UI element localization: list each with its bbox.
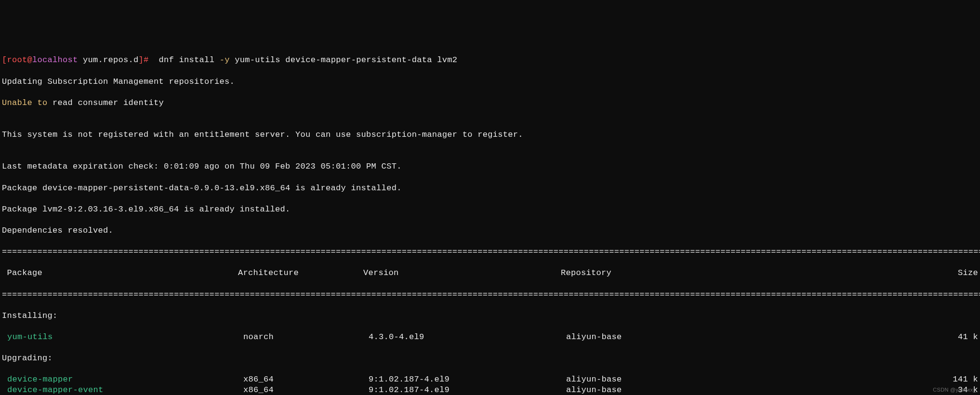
table-header-row: Package Architecture Version Repository … — [2, 268, 980, 278]
package-repo: aliyun-base — [566, 332, 720, 342]
header-version: Version — [363, 268, 561, 278]
output-line: Last metadata expiration check: 0:01:09 … — [2, 161, 980, 172]
prompt-host: localhost — [32, 55, 78, 65]
header-repo: Repository — [561, 268, 715, 278]
output-line: Package device-mapper-persistent-data-0.… — [2, 183, 980, 194]
header-size: Size — [715, 268, 980, 278]
output-line: Dependencies resolved. — [2, 225, 980, 236]
package-name: device-mapper-event — [2, 385, 243, 395]
divider-line: ========================================… — [2, 247, 980, 257]
package-arch: x86_64 — [243, 385, 369, 395]
prompt-line: [root@localhost yum.repos.d]# dnf instal… — [2, 55, 980, 66]
package-name: yum-utils — [2, 332, 243, 342]
prompt-user: root — [7, 55, 27, 65]
package-version: 9:1.02.187-4.el9 — [369, 385, 566, 395]
section-upgrading: Upgrading: — [2, 353, 980, 364]
package-size: 41 k — [720, 332, 980, 342]
prompt-at: @ — [27, 55, 33, 65]
output-line: Package lvm2-9:2.03.16-3.el9.x86_64 is a… — [2, 204, 980, 215]
package-repo: aliyun-base — [566, 385, 720, 395]
prompt-bracket: [ — [2, 55, 7, 65]
header-package: Package — [2, 268, 238, 278]
package-arch: x86_64 — [243, 374, 369, 385]
watermark-text: CSDN @yanxxx_ — [933, 386, 976, 393]
table-row: device-mapper-eventx86_649:1.02.187-4.el… — [2, 385, 980, 395]
section-installing: Installing: — [2, 311, 980, 321]
cmd-part1: dnf install — [159, 55, 220, 65]
package-repo: aliyun-base — [566, 374, 720, 385]
terminal-output[interactable]: [root@localhost yum.repos.d]# dnf instal… — [2, 44, 980, 395]
cmd-part2: yum-utils device-mapper-persistent-data … — [230, 55, 458, 65]
prompt-cwd: yum.repos.d — [78, 55, 139, 65]
table-row: yum-utilsnoarch4.3.0-4.el9aliyun-base41 … — [2, 332, 980, 342]
table-row: device-mapperx86_649:1.02.187-4.el9aliyu… — [2, 374, 980, 385]
warn-text: Unable to — [2, 98, 48, 107]
package-version: 4.3.0-4.el9 — [369, 332, 566, 342]
prompt-bracket-close: ]# — [139, 55, 159, 65]
header-arch: Architecture — [238, 268, 363, 278]
package-name: device-mapper — [2, 374, 243, 385]
output-line: Unable to read consumer identity — [2, 98, 980, 108]
output-line: Updating Subscription Management reposit… — [2, 77, 980, 87]
output-line: This system is not registered with an en… — [2, 130, 980, 140]
package-version: 9:1.02.187-4.el9 — [369, 374, 566, 385]
package-arch: noarch — [243, 332, 369, 342]
package-size: 141 k — [720, 374, 980, 385]
cmd-flag: -y — [220, 55, 230, 65]
divider-line: ========================================… — [2, 290, 980, 300]
